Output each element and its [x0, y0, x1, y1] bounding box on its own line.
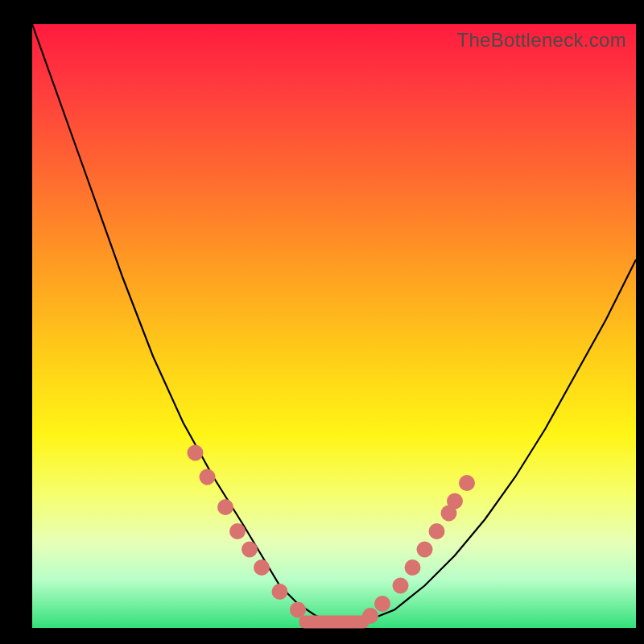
curve-marker: [290, 602, 306, 618]
chart-frame: TheBottleneck.com: [0, 0, 644, 644]
curve-marker: [393, 578, 409, 594]
bottleneck-curve: [32, 24, 636, 622]
curve-flat-segment: [299, 616, 369, 629]
curve-marker: [447, 493, 463, 510]
curve-marker: [405, 559, 421, 576]
bottleneck-curve-svg: [32, 24, 636, 628]
curve-marker: [229, 523, 246, 539]
curve-marker: [272, 584, 288, 600]
curve-marker: [188, 445, 204, 461]
curve-marker: [374, 596, 390, 612]
plot-area: TheBottleneck.com: [32, 24, 636, 628]
curve-marker: [459, 475, 475, 491]
curve-marker: [254, 559, 270, 576]
curve-marker: [417, 542, 433, 558]
curve-marker: [200, 469, 216, 485]
curve-marker: [242, 542, 258, 558]
curve-marker: [429, 523, 445, 539]
curve-marker: [217, 499, 233, 515]
curve-markers: [188, 445, 476, 625]
